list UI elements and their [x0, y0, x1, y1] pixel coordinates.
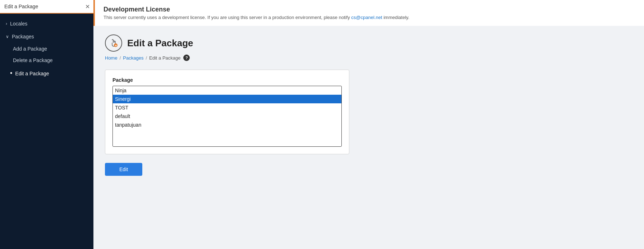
dev-license-title: Development License [104, 6, 635, 13]
breadcrumb-sep-2: / [146, 55, 147, 61]
search-clear-button[interactable]: ✕ [82, 0, 93, 13]
chevron-down-icon: ∨ [6, 34, 9, 39]
sidebar-subitem-delete-package[interactable]: Delete a Package [0, 55, 93, 66]
edit-button[interactable]: Edit [105, 163, 142, 176]
dev-license-text: This server currently uses a development… [104, 15, 635, 20]
breadcrumb-sep-1: / [120, 55, 121, 61]
help-icon[interactable]: ? [183, 55, 190, 61]
sidebar-item-label-locales: Locales [10, 21, 27, 27]
edit-package-icon: ✦ [109, 38, 119, 48]
breadcrumb-packages[interactable]: Packages [123, 55, 143, 61]
sidebar-item-edit-package-active[interactable]: Edit a Package [0, 66, 93, 81]
breadcrumb-current: Edit a Package [149, 55, 180, 61]
sidebar-item-locales[interactable]: › Locales [0, 17, 93, 30]
dev-license-text-before: This server currently uses a development… [104, 15, 351, 20]
sidebar-subitem-add-package[interactable]: Add a Package [0, 43, 93, 55]
breadcrumb-home[interactable]: Home [105, 55, 118, 61]
sidebar-nav: › Locales ∨ Packages Add a Package Delet… [0, 14, 93, 249]
page-header: ✦ Edit a Package [105, 34, 632, 52]
form-card: Package Ninja Sinergi TOST default tanpa… [105, 70, 349, 154]
add-package-label: Add a Package [13, 46, 47, 52]
search-input[interactable] [0, 0, 82, 13]
main-content: Development License This server currentl… [93, 0, 644, 249]
svg-text:✦: ✦ [115, 44, 117, 47]
package-option-tost[interactable]: TOST [113, 103, 341, 112]
content-area: ✦ Edit a Package Home / Packages / Edit … [93, 26, 644, 249]
sidebar-item-packages[interactable]: ∨ Packages [0, 30, 93, 43]
delete-package-label: Delete a Package [13, 57, 53, 63]
close-icon: ✕ [85, 4, 90, 10]
package-option-ninja[interactable]: Ninja [113, 86, 341, 95]
page-title: Edit a Package [127, 38, 193, 49]
dev-license-banner: Development License This server currentl… [93, 0, 644, 26]
sidebar-item-label-packages: Packages [12, 34, 34, 39]
breadcrumb: Home / Packages / Edit a Package ? [105, 55, 632, 61]
package-option-tanpatujuan[interactable]: tanpatujuan [113, 121, 341, 129]
edit-package-active-label: Edit a Package [15, 71, 49, 76]
chevron-right-icon: › [6, 21, 7, 26]
package-option-sinergi[interactable]: Sinergi [113, 95, 341, 103]
dev-license-text-after: immediately. [382, 15, 410, 20]
package-select-label: Package [112, 77, 342, 83]
sidebar-search-container: ✕ [0, 0, 93, 14]
package-option-default[interactable]: default [113, 112, 341, 121]
page-icon: ✦ [105, 34, 122, 52]
package-select[interactable]: Ninja Sinergi TOST default tanpatujuan [112, 86, 342, 147]
sidebar: ✕ › Locales ∨ Packages Add a Package Del… [0, 0, 93, 249]
dev-license-link[interactable]: cs@cpanel.net [351, 15, 382, 20]
